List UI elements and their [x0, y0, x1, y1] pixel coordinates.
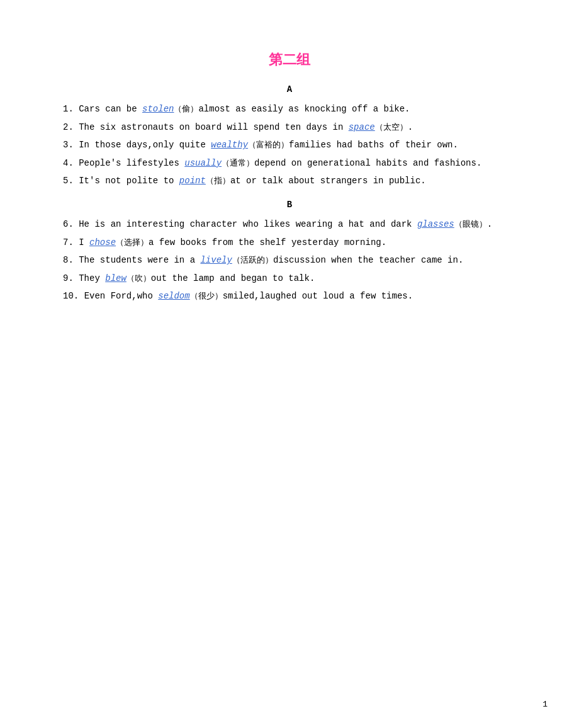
sentence-9-before: They — [79, 273, 105, 283]
sentence-10-word: seldom — [158, 291, 189, 301]
sentence-4-chinese: （通常） — [222, 158, 254, 168]
sentence-1: 1. Cars can be stolen（偷）almost as easily… — [63, 101, 516, 118]
sentence-3-word: wealthy — [211, 140, 248, 150]
sentence-5: 5. It's not polite to point（指）at or talk… — [63, 173, 516, 190]
sentence-7-rest: a few books from the shelf yesterday mor… — [149, 237, 386, 247]
sentence-4: 4. People's lifestyles usually（通常）depend… — [63, 155, 516, 172]
sentence-6-word: glasses — [417, 219, 454, 229]
sentence-3: 3. In those days,only quite wealthy（富裕的）… — [63, 137, 516, 154]
sentence-6-before: He is an interesting character who likes… — [79, 219, 417, 229]
sentence-3-before: In those days,only quite — [79, 140, 211, 150]
section-a-label: A — [63, 84, 516, 94]
sentence-4-rest: depend on generational habits and fashio… — [254, 158, 481, 168]
sentence-4-before: People's lifestyles — [79, 158, 184, 168]
sentence-8-rest: discussion when the teacher came in. — [273, 255, 463, 265]
sentence-2-number: 2. — [63, 122, 74, 132]
sentence-4-number: 4. — [63, 158, 74, 168]
sentence-5-rest: at or talk about strangers in public. — [230, 176, 426, 186]
sentence-7-chinese: （选择） — [116, 237, 149, 247]
sentence-10-chinese: （很少） — [190, 291, 223, 300]
sentence-2-chinese: （太空） — [375, 122, 408, 132]
page-container: 第二组 A 1. Cars can be stolen（偷）almost as … — [0, 0, 579, 353]
main-title: 第二组 — [63, 50, 516, 69]
sentence-5-chinese: （指） — [206, 176, 230, 185]
sentence-7-number: 7. — [63, 237, 74, 247]
sentence-9-number: 9. — [63, 273, 74, 283]
sentence-1-word: stolen — [142, 104, 174, 114]
sentence-2: 2. The six astronauts on board will spen… — [63, 119, 516, 136]
sentence-1-rest: almost as easily as knocking off a bike. — [198, 104, 410, 114]
page-number: 1 — [542, 700, 548, 709]
sentence-1-before: Cars can be — [79, 104, 142, 114]
sentence-8-word: lively — [200, 255, 232, 265]
sentence-7-before: I — [79, 237, 89, 247]
sentence-9-rest: out the lamp and began to talk. — [151, 273, 315, 283]
sentence-5-before: It's not polite to — [79, 176, 179, 186]
sentence-5-word: point — [179, 176, 206, 186]
section-b-label: B — [63, 200, 516, 210]
sentence-5-number: 5. — [63, 176, 74, 186]
sentence-10: 10. Even Ford,who seldom（很少）smiled,laugh… — [63, 288, 516, 305]
sentence-10-rest: smiled,laughed out loud a few times. — [223, 291, 413, 301]
section-b: B 6. He is an interesting character who … — [63, 200, 516, 305]
sentence-2-rest: . — [408, 122, 413, 132]
sentence-1-number: 1. — [63, 104, 74, 114]
sentence-2-before: The six astronauts on board will spend t… — [79, 122, 348, 132]
sentence-9-word: blew — [105, 273, 126, 283]
sentence-10-number: 10. — [63, 291, 79, 301]
sentence-8-number: 8. — [63, 255, 74, 265]
sentence-7-word: chose — [89, 237, 116, 247]
sentence-1-chinese: （偷） — [174, 104, 198, 113]
sentence-6: 6. He is an interesting character who li… — [63, 216, 516, 233]
sentence-4-word: usually — [184, 158, 222, 168]
sentence-2-word: space — [349, 122, 375, 132]
sentence-3-rest: families had baths of their own. — [289, 140, 458, 150]
sentence-6-chinese: （眼镜） — [454, 219, 487, 229]
sentence-7: 7. I chose（选择）a few books from the shelf… — [63, 234, 516, 251]
sentence-9: 9. They blew（吹）out the lamp and began to… — [63, 270, 516, 287]
sentence-8-before: The students were in a — [79, 255, 200, 265]
sentence-6-rest: . — [487, 219, 492, 229]
sentence-8: 8. The students were in a lively（活跃的）dis… — [63, 252, 516, 269]
sentence-10-before: Even Ford,who — [84, 291, 159, 301]
sentence-8-chinese: （活跃的） — [232, 255, 273, 264]
section-a: A 1. Cars can be stolen（偷）almost as easi… — [63, 84, 516, 190]
sentence-9-chinese: （吹） — [126, 273, 151, 283]
sentence-6-number: 6. — [63, 219, 74, 229]
sentence-3-chinese: （富裕的） — [248, 140, 289, 149]
sentence-3-number: 3. — [63, 140, 74, 150]
